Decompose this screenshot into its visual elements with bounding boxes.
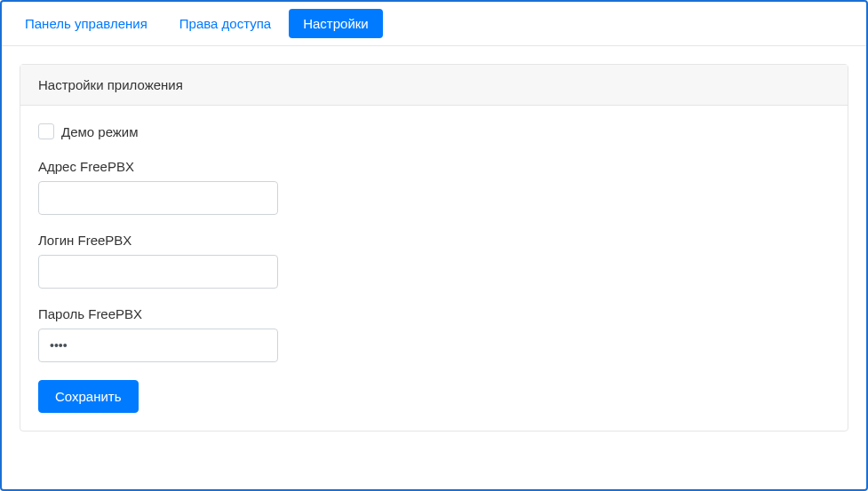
password-group: Пароль FreePBX bbox=[38, 306, 830, 362]
password-label: Пароль FreePBX bbox=[38, 306, 830, 321]
content-area: Настройки приложения Демо режим Адрес Fr… bbox=[2, 46, 866, 449]
tab-access[interactable]: Права доступа bbox=[165, 9, 285, 38]
address-label: Адрес FreePBX bbox=[38, 159, 830, 174]
save-button[interactable]: Сохранить bbox=[38, 380, 139, 413]
tab-settings[interactable]: Настройки bbox=[289, 9, 383, 38]
address-input[interactable] bbox=[38, 181, 278, 215]
login-group: Логин FreePBX bbox=[38, 233, 830, 289]
demo-mode-checkbox[interactable] bbox=[38, 123, 54, 139]
tab-dashboard[interactable]: Панель управления bbox=[11, 9, 162, 38]
panel-title: Настройки приложения bbox=[20, 65, 848, 106]
password-input[interactable] bbox=[38, 329, 278, 362]
demo-mode-label[interactable]: Демо режим bbox=[61, 124, 139, 139]
demo-mode-group: Демо режим bbox=[38, 123, 830, 139]
login-input[interactable] bbox=[38, 255, 278, 289]
tabs-nav: Панель управления Права доступа Настройк… bbox=[2, 2, 866, 46]
login-label: Логин FreePBX bbox=[38, 233, 830, 248]
panel-body: Демо режим Адрес FreePBX Логин FreePBX П… bbox=[20, 106, 848, 431]
settings-panel: Настройки приложения Демо режим Адрес Fr… bbox=[20, 64, 848, 432]
address-group: Адрес FreePBX bbox=[38, 159, 830, 215]
